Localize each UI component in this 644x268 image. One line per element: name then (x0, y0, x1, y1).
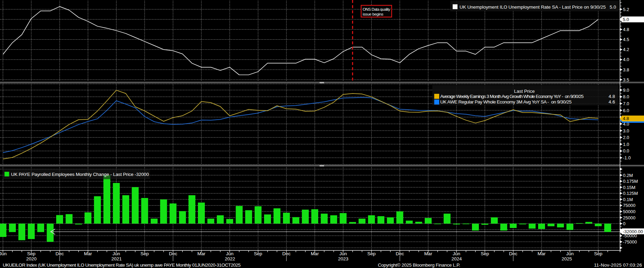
svg-text:issue begins: issue begins (363, 12, 383, 16)
svg-text:-75000: -75000 (623, 239, 637, 245)
svg-text:Dec: Dec (282, 251, 291, 256)
svg-text:7.0: 7.0 (623, 101, 629, 106)
svg-text:Mar: Mar (537, 251, 546, 256)
svg-text:Sep: Sep (367, 251, 375, 256)
svg-text:50000: 50000 (623, 209, 635, 214)
svg-text:25000: 25000 (623, 215, 635, 220)
svg-text:Sep: Sep (594, 251, 602, 256)
svg-text:Jun: Jun (0, 251, 7, 256)
svg-text:1.0: 1.0 (623, 142, 629, 147)
svg-text:Dec: Dec (396, 251, 404, 256)
svg-text:6.0: 6.0 (623, 108, 629, 113)
svg-text:2024: 2024 (451, 256, 462, 261)
svg-text:0.175M: 0.175M (623, 179, 638, 184)
svg-text:5.0: 5.0 (623, 17, 629, 22)
svg-text:Copyright© 2025 Bloomberg Fina: Copyright© 2025 Bloomberg Finance L.P. (378, 262, 460, 268)
svg-text:ONS Data quality: ONS Data quality (363, 7, 390, 11)
svg-text:4.0: 4.0 (623, 57, 629, 62)
svg-text:4.5: 4.5 (623, 37, 629, 42)
svg-text:5.2: 5.2 (623, 7, 629, 12)
svg-text:2022: 2022 (225, 256, 235, 261)
svg-text:4.8: 4.8 (623, 27, 629, 32)
svg-text:Mar: Mar (197, 251, 205, 256)
svg-text:2025: 2025 (562, 256, 572, 261)
svg-text:75000: 75000 (623, 203, 635, 208)
svg-text:9.0: 9.0 (623, 88, 629, 93)
svg-text:Sep: Sep (141, 251, 149, 256)
svg-text:4.8: 4.8 (608, 94, 615, 99)
svg-text:-32000.00: -32000.00 (623, 229, 643, 234)
svg-text:-1.0: -1.0 (623, 155, 631, 160)
svg-text:Jun: Jun (566, 251, 574, 256)
svg-text:Sep: Sep (481, 251, 489, 256)
svg-text:3.8: 3.8 (623, 67, 629, 72)
svg-text:Jun: Jun (453, 251, 460, 256)
svg-text:4.8: 4.8 (623, 116, 629, 121)
svg-text:Dec: Dec (56, 251, 64, 256)
svg-text:2020: 2020 (26, 256, 37, 261)
svg-text:Jun: Jun (226, 251, 233, 256)
svg-text:UK Unemployment ILO Unemployme: UK Unemployment ILO Unemployment Rate SA… (460, 4, 606, 10)
svg-text:Jun: Jun (113, 251, 120, 256)
svg-text:Jun: Jun (339, 251, 347, 256)
svg-text:2023: 2023 (338, 256, 348, 261)
svg-text:UK AWE Regular Pay Whole Econo: UK AWE Regular Pay Whole Economy 3M Avg … (440, 99, 572, 105)
svg-text:Dec: Dec (169, 251, 177, 256)
svg-text:Mar: Mar (424, 251, 432, 256)
svg-text:Mar: Mar (311, 251, 319, 256)
svg-text:2021: 2021 (111, 256, 122, 261)
svg-text:11-Nov-2025 07:03:26: 11-Nov-2025 07:03:26 (594, 262, 642, 268)
svg-text:0.15M: 0.15M (623, 185, 635, 190)
svg-text:0.1M: 0.1M (623, 197, 633, 202)
svg-text:Mar: Mar (84, 251, 92, 256)
svg-text:UKUEILOR Index (UK Unemploymen: UKUEILOR Index (UK Unemployment ILO Unem… (3, 262, 241, 268)
svg-text:Sep: Sep (27, 251, 36, 256)
svg-text:8.0: 8.0 (623, 94, 629, 99)
svg-text:4.6: 4.6 (608, 99, 615, 105)
svg-text:0.2M: 0.2M (623, 173, 633, 178)
svg-text:2.0: 2.0 (623, 135, 629, 140)
svg-text:0: 0 (623, 221, 625, 226)
svg-text:Last Price: Last Price (514, 89, 535, 94)
svg-text:0.125M: 0.125M (623, 191, 638, 196)
svg-text:Sep: Sep (254, 251, 262, 256)
svg-text:3.0: 3.0 (623, 128, 629, 133)
svg-text:5.0: 5.0 (610, 4, 616, 10)
svg-text:3.5: 3.5 (623, 77, 629, 82)
svg-text:4.2: 4.2 (623, 47, 629, 52)
svg-text:0.0: 0.0 (623, 148, 629, 153)
svg-text:Dec: Dec (509, 251, 517, 256)
svg-text:UK PAYE Payrolled Employees Mo: UK PAYE Payrolled Employees Monthly Chan… (11, 172, 149, 177)
svg-text:Average Weekly Earnings 3 Mont: Average Weekly Earnings 3 Month Avg Grow… (440, 94, 584, 99)
